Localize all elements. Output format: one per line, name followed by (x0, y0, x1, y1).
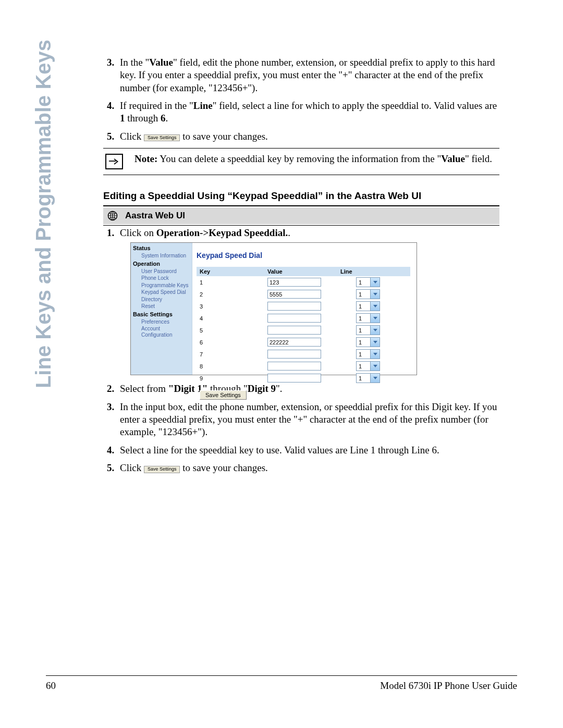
chevron-down-icon (370, 374, 380, 382)
webui-row: 31 (197, 300, 410, 312)
line-select-value: 1 (357, 362, 370, 371)
top-step-list: In the "Value" field, edit the phone num… (103, 56, 499, 143)
line-select-value: 1 (357, 338, 370, 347)
section-side-tab: Line Keys and Programmable Keys (13, 52, 75, 375)
row-key: 6 (197, 339, 267, 346)
line-select[interactable]: 1 (356, 325, 380, 335)
page-number: 60 (46, 680, 56, 692)
bottom-step-3: In the input box, edit the phone number,… (117, 401, 499, 439)
chevron-down-icon (370, 302, 380, 311)
save-settings-inline-button[interactable]: Save Settings (144, 466, 180, 473)
row-key: 1 (197, 279, 267, 286)
aastra-web-ui-screenshot: Status System Information Operation User… (130, 242, 417, 375)
sidebar-cat-operation: Operation (131, 260, 192, 268)
webui-row: 71 (197, 348, 410, 360)
row-key: 4 (197, 315, 267, 322)
webui-row: 91 (197, 372, 410, 384)
webui-sidebar: Status System Information Operation User… (131, 243, 192, 375)
section-heading: Editing a Speeddial Using “Keypad Speedd… (103, 190, 499, 202)
sidebar-item[interactable]: Preferences (131, 318, 192, 326)
page-content: In the "Value" field, edit the phone num… (103, 56, 499, 479)
webui-main: Keypad Speed Dial Key Value Line 1121314… (192, 243, 417, 375)
webui-title: Keypad Speed Dial (197, 251, 417, 261)
webui-row: 61 (197, 336, 410, 348)
chevron-down-icon (370, 314, 380, 323)
value-input[interactable] (267, 350, 321, 359)
value-input[interactable] (267, 302, 321, 311)
webui-row: 81 (197, 360, 410, 372)
chevron-down-icon (370, 290, 380, 299)
aastra-web-ui-panel-header: Aastra Web UI (103, 207, 499, 224)
sidebar-cat-basic: Basic Settings (131, 310, 192, 318)
chevron-down-icon (370, 338, 380, 347)
line-select-value: 1 (357, 374, 370, 382)
row-key: 3 (197, 303, 267, 310)
value-input[interactable] (267, 362, 321, 371)
top-step-3: In the "Value" field, edit the phone num… (117, 56, 499, 94)
line-select-value: 1 (357, 278, 370, 287)
save-settings-inline-button[interactable]: Save Settings (144, 134, 180, 142)
webui-row: 51 (197, 324, 410, 336)
value-input[interactable] (267, 290, 321, 299)
value-input[interactable] (267, 326, 321, 335)
note-block: Note: You can delete a speeddial key by … (103, 148, 499, 175)
top-step-4: If required in the "Line" field, select … (117, 100, 499, 125)
sidebar-item[interactable]: Directory (131, 296, 192, 303)
line-select[interactable]: 1 (356, 301, 380, 311)
value-input[interactable] (267, 314, 321, 323)
sidebar-item[interactable]: Programmable Keys (131, 282, 192, 289)
note-text: Note: You can delete a speeddial key by … (134, 153, 492, 166)
divider (103, 205, 499, 206)
bottom-step-list: Click on Operation->Keypad Speeddial.. S… (103, 227, 499, 474)
line-select-value: 1 (357, 290, 370, 299)
row-key: 5 (197, 327, 267, 334)
line-select[interactable]: 1 (356, 337, 380, 347)
panel-title: Aastra Web UI (125, 210, 185, 221)
line-select[interactable]: 1 (356, 277, 380, 287)
sidebar-item[interactable]: Phone Lock (131, 275, 192, 282)
row-key: 2 (197, 291, 267, 298)
globe-icon (107, 211, 118, 221)
webui-table-head: Key Value Line (197, 267, 410, 276)
line-select-value: 1 (357, 302, 370, 311)
line-select[interactable]: 1 (356, 361, 380, 371)
sidebar-item[interactable]: Reset (131, 303, 192, 310)
line-select-value: 1 (357, 314, 370, 323)
row-key: 7 (197, 351, 267, 358)
guide-title: Model 6730i IP Phone User Guide (380, 680, 517, 692)
value-input[interactable] (267, 374, 321, 382)
chevron-down-icon (370, 278, 380, 287)
webui-row: 11 (197, 276, 410, 288)
line-select[interactable]: 1 (356, 289, 380, 299)
sidebar-item[interactable]: Account Configuration (131, 325, 192, 338)
side-tab-label: Line Keys and Programmable Keys (32, 39, 56, 388)
webui-row: 41 (197, 312, 410, 324)
sidebar-item[interactable]: System Information (131, 252, 192, 260)
line-select[interactable]: 1 (356, 313, 380, 323)
line-select[interactable]: 1 (356, 349, 380, 359)
line-select[interactable]: 1 (356, 373, 380, 383)
sidebar-item[interactable]: Keypad Speed Dial (131, 289, 192, 296)
row-key: 8 (197, 363, 267, 370)
sidebar-cat-status: Status (131, 244, 192, 252)
line-select-value: 1 (357, 326, 370, 335)
chevron-down-icon (370, 350, 380, 359)
top-step-5: Click Save Settings to save your changes… (117, 130, 499, 143)
bottom-step-5: Click Save Settings to save your changes… (117, 462, 499, 474)
row-key: 9 (197, 375, 267, 382)
webui-rows: 112131415161718191 (197, 276, 410, 384)
divider (103, 225, 499, 226)
col-value: Value (267, 268, 340, 275)
bottom-step-1: Click on Operation->Keypad Speeddial.. S… (117, 227, 499, 375)
chevron-down-icon (370, 326, 380, 335)
line-select-value: 1 (357, 350, 370, 359)
col-key: Key (197, 268, 267, 275)
value-input[interactable] (267, 278, 321, 287)
chevron-down-icon (370, 362, 380, 371)
col-line: Line (340, 268, 393, 275)
value-input[interactable] (267, 338, 321, 347)
sidebar-item[interactable]: User Password (131, 268, 192, 275)
page-footer: 60 Model 6730i IP Phone User Guide (46, 675, 517, 692)
save-settings-button[interactable]: Save Settings (200, 390, 247, 400)
webui-row: 21 (197, 288, 410, 300)
